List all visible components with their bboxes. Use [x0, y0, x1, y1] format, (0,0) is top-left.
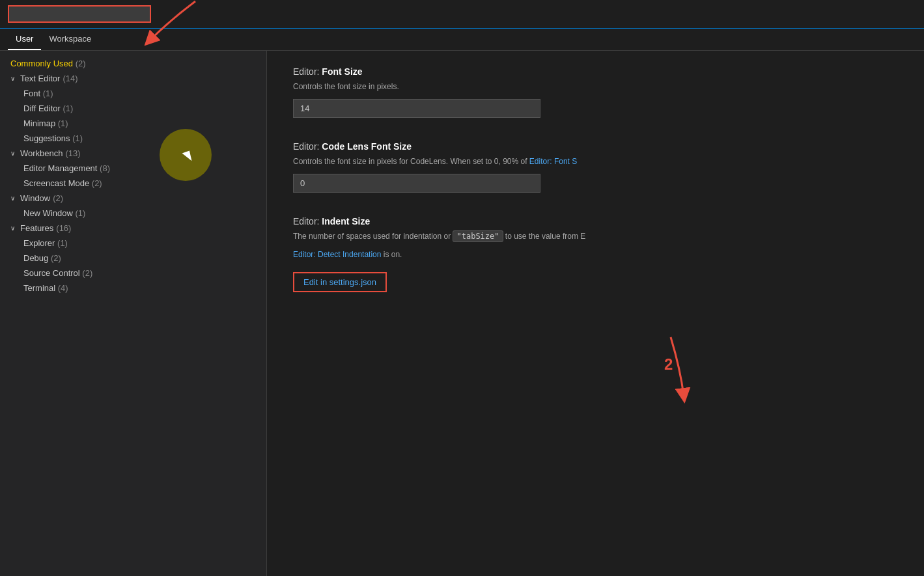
- sidebar-item-text-editor[interactable]: ∨ Text Editor (14): [0, 71, 266, 86]
- sidebar-item-features[interactable]: ∨ Features (16): [0, 221, 266, 236]
- indent-size-title: Editor: Indent Size: [293, 216, 879, 226]
- sidebar-item-suggestions[interactable]: Suggestions (1): [0, 131, 266, 146]
- workbench-count: (13): [66, 148, 81, 158]
- chevron-workbench-icon: ∨: [10, 150, 15, 157]
- tabsize-badge: "tabSize": [453, 230, 503, 242]
- window-count: (2): [53, 193, 63, 203]
- indent-desc-inline: or indentation or: [394, 232, 453, 241]
- chevron-features-icon: ∨: [10, 225, 15, 232]
- suggestions-label: Suggestions: [23, 133, 70, 143]
- screencast-mode-count: (2): [92, 178, 102, 188]
- new-window-count: (1): [75, 208, 85, 218]
- setting-indent-size: Editor: Indent Size The number of spaces…: [293, 216, 879, 292]
- terminal-label: Terminal: [23, 283, 55, 293]
- search-bar: size: [0, 0, 924, 29]
- text-editor-count: (14): [63, 74, 77, 83]
- font-count: (1): [43, 89, 53, 98]
- sidebar-item-explorer[interactable]: Explorer (1): [0, 236, 266, 251]
- font-label: Font: [23, 89, 40, 98]
- font-size-desc: Controls the font size in pixels.: [293, 81, 879, 92]
- sidebar: Commonly Used (2) ∨ Text Editor (14) Fon…: [0, 51, 267, 576]
- explorer-count: (1): [57, 238, 68, 248]
- sidebar-item-minimap[interactable]: Minimap (1): [0, 116, 266, 131]
- window-label: Window: [20, 193, 50, 203]
- sidebar-item-font[interactable]: Font (1): [0, 86, 266, 101]
- commonly-used-count: (2): [76, 59, 86, 68]
- indent-size-title-bold: Indent Size: [322, 216, 370, 226]
- search-input[interactable]: size: [8, 5, 151, 23]
- sidebar-item-new-window[interactable]: New Window (1): [0, 206, 266, 221]
- font-size-title-bold: Font Size: [322, 66, 362, 77]
- sidebar-item-screencast-mode[interactable]: Screencast Mode (2): [0, 176, 266, 191]
- features-label: Features: [20, 223, 53, 233]
- diff-editor-label: Diff Editor: [23, 103, 61, 113]
- setting-font-size: Editor: Font Size Controls the font size…: [293, 66, 879, 118]
- minimap-label: Minimap: [23, 118, 55, 128]
- tab-workspace[interactable]: Workspace: [41, 29, 99, 50]
- code-lens-title-bold: Code Lens Font Size: [322, 141, 412, 152]
- indent-size-desc: The number of spaces used for indentatio…: [293, 230, 879, 242]
- screencast-mode-label: Screencast Mode: [23, 178, 89, 188]
- sidebar-item-diff-editor[interactable]: Diff Editor (1): [0, 101, 266, 116]
- editor-management-label: Editor Management: [23, 163, 97, 173]
- workbench-label: Workbench: [20, 148, 63, 158]
- annotation-arrow-indent: 2: [632, 331, 710, 409]
- minimap-count: (1): [58, 118, 68, 128]
- debug-count: (2): [51, 253, 61, 263]
- sidebar-item-debug[interactable]: Debug (2): [0, 251, 266, 266]
- sidebar-item-workbench[interactable]: ∨ Workbench (13): [0, 146, 266, 161]
- edit-json-label: Edit in settings.json: [303, 277, 376, 287]
- font-size-title: Editor: Font Size: [293, 66, 879, 77]
- source-control-label: Source Control: [23, 268, 80, 278]
- text-editor-label: Text Editor: [20, 74, 60, 83]
- detect-indentation-link[interactable]: Editor: Detect Indentation: [293, 250, 381, 259]
- code-lens-title: Editor: Code Lens Font Size: [293, 141, 879, 152]
- sidebar-item-source-control[interactable]: Source Control (2): [0, 266, 266, 281]
- diff-editor-count: (1): [63, 103, 73, 113]
- sidebar-item-editor-management[interactable]: Editor Management (8): [0, 161, 266, 176]
- chevron-window-icon: ∨: [10, 195, 15, 202]
- tab-user[interactable]: User: [8, 29, 41, 50]
- setting-code-lens-font-size: Editor: Code Lens Font Size Controls the…: [293, 141, 879, 193]
- tabs-row: User Workspace: [0, 29, 924, 51]
- code-lens-desc: Controls the font size in pixels for Cod…: [293, 156, 879, 167]
- edit-json-button[interactable]: Edit in settings.json: [293, 272, 387, 292]
- sidebar-item-window[interactable]: ∨ Window (2): [0, 191, 266, 206]
- source-control-count: (2): [82, 268, 92, 278]
- editor-management-count: (8): [100, 163, 110, 173]
- debug-label: Debug: [23, 253, 48, 263]
- new-window-label: New Window: [23, 208, 73, 218]
- sidebar-item-commonly-used[interactable]: Commonly Used (2): [0, 56, 266, 71]
- content-area: Commonly Used (2) ∨ Text Editor (14) Fon…: [0, 51, 924, 576]
- indent-size-desc2: Editor: Detect Indentation is on.: [293, 249, 879, 260]
- commonly-used-label: Commonly Used: [10, 59, 73, 68]
- chevron-down-icon: ∨: [10, 75, 15, 82]
- terminal-count: (4): [58, 283, 68, 293]
- explorer-label: Explorer: [23, 238, 55, 248]
- settings-page: size User Workspace Common: [0, 0, 924, 576]
- main-settings-content: Editor: Font Size Controls the font size…: [267, 51, 924, 576]
- editor-font-size-link[interactable]: Editor: Font S: [529, 157, 577, 166]
- features-count: (16): [56, 223, 71, 233]
- code-lens-input[interactable]: 0: [293, 174, 540, 193]
- svg-text:2: 2: [664, 355, 673, 373]
- font-size-input[interactable]: 14: [293, 99, 540, 118]
- suggestions-count: (1): [72, 133, 83, 143]
- sidebar-item-terminal[interactable]: Terminal (4): [0, 281, 266, 295]
